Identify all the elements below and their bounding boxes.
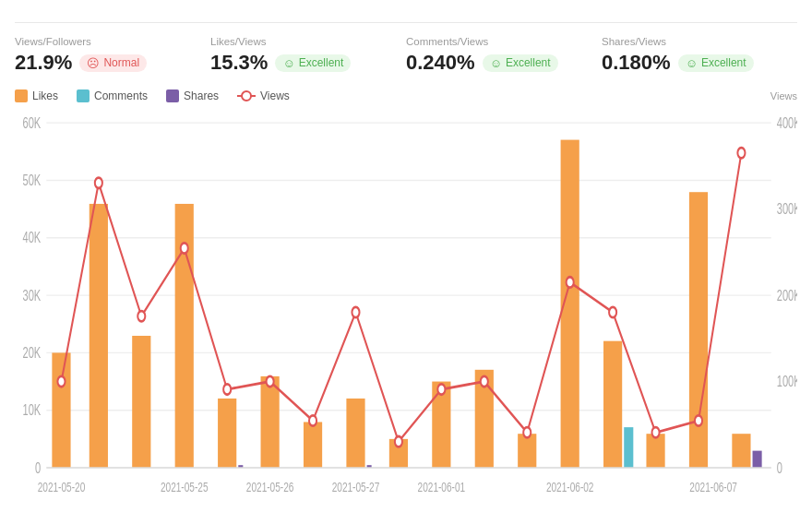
legend-views-label: Views (260, 89, 290, 102)
metric-label-views-followers: Views/Followers (15, 36, 192, 47)
legend-row: Likes Comments Shares Views Views (15, 89, 797, 102)
badge-text-views-followers: Normal (103, 56, 139, 69)
svg-text:2021-06-07: 2021-06-07 (689, 480, 737, 494)
svg-text:60K: 60K (23, 115, 42, 131)
metric-value-views-followers: 21.9% (15, 51, 72, 75)
views-dot-9 (437, 384, 445, 394)
views-dot-11 (523, 427, 531, 437)
svg-text:2021-05-25: 2021-05-25 (161, 480, 209, 494)
legend-likes-label: Likes (32, 89, 58, 102)
metric-value-likes-views: 15.3% (210, 51, 268, 75)
views-dot-13 (609, 307, 616, 317)
bar-likes-16 (732, 434, 750, 468)
divider (15, 22, 797, 23)
badge-icon-likes-views: ☺ (282, 56, 294, 70)
bar-likes-0 (52, 352, 70, 468)
bar-shares-16 (753, 451, 762, 468)
svg-text:100K: 100K (777, 374, 797, 389)
bar-comments-13 (624, 427, 633, 468)
metric-badge-views-followers: ☹Normal (79, 54, 147, 72)
metric-shares-views: Shares/Views0.180%☺Excellent (602, 36, 797, 75)
views-dot-3 (181, 243, 188, 253)
metric-badge-shares-views: ☺Excellent (678, 54, 754, 72)
metric-comments-views: Comments/Views0.240%☺Excellent (406, 36, 602, 75)
bar-likes-5 (261, 376, 280, 468)
svg-text:400K: 400K (777, 115, 797, 131)
badge-text-shares-views: Excellent (701, 56, 746, 69)
views-dot-0 (57, 376, 65, 387)
legend-comments: Comments (77, 89, 148, 102)
badge-text-comments-views: Excellent (506, 56, 551, 69)
bar-likes-13 (603, 341, 622, 468)
svg-text:2021-05-27: 2021-05-27 (332, 480, 380, 494)
metric-label-comments-views: Comments/Views (406, 36, 583, 47)
comments-icon (77, 89, 90, 102)
legend-views: Views (237, 89, 290, 102)
likes-icon (15, 89, 28, 102)
views-dot-8 (395, 436, 402, 447)
metric-label-shares-views: Shares/Views (602, 36, 779, 47)
svg-text:2021-06-02: 2021-06-02 (546, 480, 594, 494)
metric-views-followers: Views/Followers21.9%☹Normal (15, 36, 210, 75)
views-dot-2 (137, 311, 145, 321)
views-dot-12 (567, 277, 574, 287)
views-dot-10 (481, 376, 488, 387)
legend-shares-label: Shares (184, 89, 219, 102)
legend-likes: Likes (15, 89, 58, 102)
metric-value-comments-views: 0.240% (406, 51, 475, 75)
bar-likes-1 (90, 204, 108, 468)
svg-text:2021-05-26: 2021-05-26 (246, 480, 294, 494)
views-dot-15 (695, 415, 702, 425)
bar-likes-6 (304, 422, 322, 468)
bar-likes-7 (346, 399, 364, 468)
chart-area: 60K 50K 40K 30K 20K 10K 0 400K 300K 200K… (15, 110, 797, 515)
svg-text:20K: 20K (23, 345, 42, 361)
metric-value-shares-views: 0.180% (602, 51, 671, 75)
metrics-row: Views/Followers21.9%☹NormalLikes/Views15… (15, 36, 797, 75)
views-dot-7 (352, 307, 359, 317)
views-dot-16 (737, 148, 745, 158)
shares-icon (166, 89, 179, 102)
svg-text:2021-05-20: 2021-05-20 (38, 480, 86, 494)
badge-icon-comments-views: ☺ (490, 56, 502, 70)
bar-likes-4 (218, 399, 236, 468)
metric-likes-views: Likes/Views15.3%☺Excellent (210, 36, 406, 75)
views-dot-5 (267, 376, 274, 387)
views-dot-14 (652, 427, 660, 437)
svg-text:0: 0 (35, 460, 41, 476)
svg-text:30K: 30K (23, 288, 42, 304)
main-container: Views/Followers21.9%☹NormalLikes/Views15… (0, 0, 812, 524)
svg-text:300K: 300K (777, 201, 797, 217)
views-dot-1 (95, 178, 102, 188)
svg-text:2021-06-01: 2021-06-01 (418, 480, 466, 494)
badge-icon-shares-views: ☺ (686, 56, 698, 70)
svg-text:40K: 40K (23, 231, 42, 246)
chart-svg: 60K 50K 40K 30K 20K 10K 0 400K 300K 200K… (15, 110, 797, 515)
metric-badge-likes-views: ☺Excellent (275, 54, 351, 72)
svg-text:10K: 10K (23, 403, 42, 419)
svg-text:0: 0 (777, 460, 782, 476)
metric-badge-comments-views: ☺Excellent (483, 54, 558, 72)
views-line-icon (237, 95, 256, 97)
svg-text:200K: 200K (777, 288, 797, 304)
views-line (61, 153, 741, 442)
metric-label-likes-views: Likes/Views (210, 36, 388, 47)
right-y-label: Views (770, 90, 797, 101)
svg-text:50K: 50K (23, 173, 42, 188)
legend-comments-label: Comments (94, 89, 148, 102)
views-dot-4 (223, 384, 231, 394)
views-dot-6 (309, 415, 316, 425)
bar-likes-2 (132, 336, 150, 468)
badge-text-likes-views: Excellent (299, 56, 344, 69)
legend-shares: Shares (166, 89, 219, 102)
badge-icon-views-followers: ☹ (87, 56, 100, 70)
